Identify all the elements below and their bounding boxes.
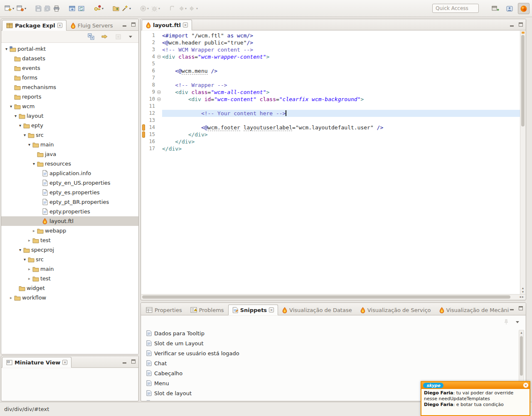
scroll-up-icon[interactable]: ▴ (519, 331, 524, 334)
close-tab-icon[interactable]: × (57, 23, 62, 28)
dropdown-arrow-icon[interactable]: ▾ (158, 7, 160, 10)
snippet-slot-de-um-layout[interactable]: Slot de um Layout (146, 338, 515, 348)
tree-item-mechanisms[interactable]: mechanisms (1, 82, 138, 92)
dropdown-arrow-icon[interactable]: ▾ (196, 7, 198, 10)
tree-item-src[interactable]: ▾src (1, 255, 138, 264)
tree-expander-icon[interactable]: ▾ (22, 257, 27, 262)
tree-expander-icon[interactable]: ▾ (31, 161, 37, 166)
tab-visualiza-o-de-datase[interactable]: Visualização de Datase (278, 305, 356, 315)
code-line-15[interactable]: </div> (162, 131, 520, 138)
tree-item-datasets[interactable]: datasets (1, 54, 138, 63)
dropdown-arrow-icon[interactable]: ▾ (185, 7, 187, 10)
open-perspective-button[interactable] (490, 3, 501, 14)
code-line-17[interactable]: </div> (162, 145, 520, 152)
view-menu-button[interactable] (515, 319, 520, 324)
tree-item-epty-properties[interactable]: epty.properties (1, 207, 138, 216)
code-editor[interactable]: 1234567891011121314151617 <#import "/wcm… (141, 31, 525, 294)
snippet-verificar-se-usu-rio-est-logado[interactable]: Verificar se usuário está logado (146, 348, 515, 358)
tree-expander-icon[interactable]: ▾ (27, 142, 32, 147)
tree-item-forms[interactable]: forms (1, 73, 138, 82)
minimize-button[interactable] (122, 22, 127, 27)
maximize-button[interactable] (518, 306, 523, 311)
scrollbar-arrows-icon[interactable]: ◂ ▸ (519, 295, 524, 299)
code-line-16[interactable]: </div> (162, 138, 520, 145)
tree-item-wcm[interactable]: ▾wcm (1, 102, 138, 111)
tree-expander-icon[interactable]: ▾ (17, 123, 23, 128)
dropdown-arrow-icon[interactable]: ▾ (12, 7, 14, 10)
code-line-3[interactable]: <!-- WCM Wrapper content --> (162, 46, 520, 53)
code-line-13[interactable] (162, 117, 520, 124)
tree-item-main[interactable]: ▸main (1, 264, 138, 274)
scrollbar-thumb[interactable] (142, 295, 510, 299)
new-wizard-button[interactable]: ▾ (3, 4, 15, 13)
snippet-cabe-alho[interactable]: Cabeçalho (146, 368, 515, 378)
magic-wand-button[interactable]: ▾ (121, 4, 132, 13)
skype-close-icon[interactable]: × (523, 383, 528, 388)
quick-access-input[interactable] (432, 4, 479, 13)
collapse-all-button[interactable] (87, 32, 95, 41)
tree-item-epty-en-us-properties[interactable]: epty_en_US.properties (1, 178, 138, 188)
maximize-button[interactable] (131, 359, 136, 364)
code-line-1[interactable]: <#import "/wcm.ftl" as wcm/> (162, 32, 520, 39)
tree-item-portal-mkt[interactable]: ▾portal-mkt (1, 44, 138, 54)
tab-snippets[interactable]: Snippets× (228, 305, 278, 315)
tree-expander-icon[interactable]: ▾ (22, 133, 27, 137)
code-line-14[interactable]: <@wcm.footer layoutuserlabel="wcm.layout… (162, 124, 520, 131)
tree-item-workflow[interactable]: ▸workflow (1, 293, 138, 302)
tree-expander-icon[interactable]: ▾ (17, 248, 23, 252)
export-fluig-button[interactable] (68, 4, 77, 13)
tab-package-expl[interactable]: Package Expl× (2, 20, 66, 31)
snippet-dados-para-tooltip[interactable]: Dados para Tooltip (146, 328, 515, 338)
dropdown-arrow-icon[interactable]: ▾ (147, 7, 149, 10)
fold-minus-icon[interactable] (157, 90, 161, 94)
code-line-5[interactable] (162, 60, 520, 67)
tree-item-events[interactable]: events (1, 63, 138, 73)
fluig-perspective-button[interactable] (518, 3, 530, 14)
tab-problems[interactable]: Problems (186, 305, 228, 315)
tree-expander-icon[interactable]: ▸ (31, 228, 37, 233)
fold-minus-icon[interactable] (157, 55, 161, 59)
tree-item-reports[interactable]: reports (1, 92, 138, 102)
tree-item-epty-pt-br-properties[interactable]: epty_pt_BR.properties (1, 197, 138, 207)
maximize-button[interactable] (518, 22, 523, 27)
tab-properties[interactable]: Properties (142, 305, 186, 315)
tab-layout-ftl[interactable]: layout.ftl× (142, 20, 192, 30)
code-line-8[interactable]: <!-- Wrapper --> (162, 82, 520, 89)
view-menu-button[interactable] (128, 34, 133, 39)
link-with-editor-button[interactable] (101, 33, 109, 40)
tree-item-epty-es-properties[interactable]: epty_es.properties (1, 188, 138, 197)
update-fluig-button[interactable] (77, 4, 86, 13)
tree-item-widget[interactable]: widget (1, 283, 138, 293)
tab-visualiza-o-de-mec-ni[interactable]: Visualização de Mecâni (435, 305, 513, 315)
fold-minus-icon[interactable] (157, 97, 161, 101)
print-button[interactable] (52, 4, 61, 13)
tab-miniature-view[interactable]: Miniature View× (2, 357, 71, 368)
scrollbar-thumb[interactable] (521, 35, 525, 126)
tree-item-layout-ftl[interactable]: layout.ftl (1, 216, 138, 226)
new-module-button[interactable]: ▾ (15, 4, 27, 13)
code-line-6[interactable]: <@wcm.menu /> (162, 67, 520, 74)
tree-expander-icon[interactable]: ▾ (13, 114, 18, 118)
scrollbar-thumb[interactable] (520, 336, 523, 376)
skype-notification[interactable]: skype × Diego Faria: tu vai poder dar ov… (421, 381, 530, 416)
tree-item-layout[interactable]: ▾layout (1, 111, 138, 121)
tree-expander-icon[interactable]: ▾ (4, 47, 9, 51)
dropdown-arrow-icon[interactable]: ▾ (129, 7, 131, 10)
close-tab-icon[interactable]: × (269, 307, 274, 312)
scrollbar-arrows-icon[interactable]: ▴▾ (520, 286, 525, 294)
code-line-10[interactable]: <div id="wcm-content" class="clearfix wc… (162, 96, 520, 103)
code-line-4[interactable]: <div class="wcm-wrapper-content"> (162, 53, 520, 60)
deploy-key-button[interactable]: ▾ (93, 4, 105, 13)
tree-item-epty[interactable]: ▾epty (1, 121, 138, 130)
tree-expander-icon[interactable]: ▸ (8, 295, 14, 300)
tree-expander-icon[interactable]: ▸ (27, 267, 32, 271)
snippet-chat[interactable]: Chat (146, 358, 515, 368)
dropdown-arrow-icon[interactable]: ▾ (25, 7, 26, 10)
close-tab-icon[interactable]: × (183, 22, 188, 27)
tree-item-test[interactable]: ▸test (1, 274, 138, 283)
javaee-perspective-button[interactable] (504, 3, 515, 14)
tree-item-resources[interactable]: ▾resources (1, 159, 138, 168)
editor-vertical-scrollbar[interactable]: ▴▾ (520, 31, 525, 294)
code-line-11[interactable] (162, 103, 520, 110)
minimize-button[interactable] (509, 306, 515, 311)
